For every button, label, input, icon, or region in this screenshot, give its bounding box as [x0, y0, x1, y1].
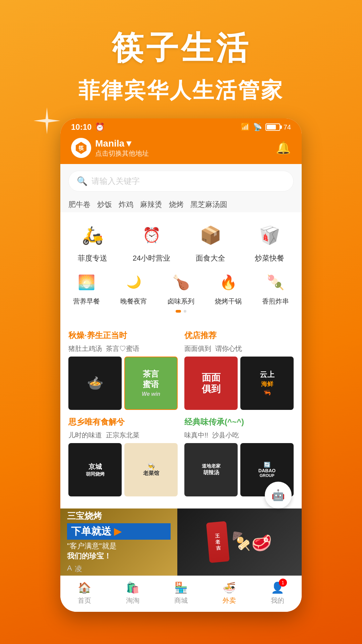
signal-icon: 📶 — [241, 123, 250, 131]
nav-taotao[interactable]: 🛍️ 淘淘 — [116, 581, 149, 605]
promo-sub3-left: 儿时的味道 — [68, 431, 102, 440]
home-icon: 🏠 — [78, 581, 91, 594]
status-bar: 10:10 ⏰ 📶 📡 74 — [60, 118, 302, 135]
category-noodle[interactable]: 📦 面食大全 — [184, 220, 237, 263]
location-area[interactable]: 筷 Manila ▾ 点击切换其他地址 — [71, 138, 149, 158]
24h-icon: ⏰ — [137, 220, 166, 250]
category-night[interactable]: 🌙 晚餐夜宵 — [113, 270, 155, 306]
tag-2[interactable]: 炒饭 — [97, 200, 112, 210]
promo-card-youdian: 优店推荐 面面俱到 谓你心忧 面面 俱到 — [184, 330, 294, 410]
feidu-label: 菲度专送 — [78, 253, 107, 263]
24h-label: 24小时营业 — [133, 253, 170, 263]
banner-tagline3: 我们的珍宝！ — [67, 551, 171, 561]
battery-level: 74 — [284, 123, 291, 131]
banner-section[interactable]: 三宝烧烤 下单就送 ▶ "客户满意"就是 我们的珍宝！ A 凌 — [60, 508, 302, 576]
status-time: 10:10 — [71, 122, 92, 132]
app-subtitle: 菲律宾华人生活管家 — [0, 76, 362, 105]
promo-title-qiuzao: 秋燥·养生正当时 — [68, 330, 178, 341]
seafood-image[interactable]: 云上 海鲜 🦐 — [240, 357, 294, 410]
bbq-label: 烧烤干锅 — [215, 297, 242, 306]
category-bbq[interactable]: 🔥 烧烤干锅 — [207, 270, 249, 306]
promo-section-1: 秋燥·养生正当时 猪肚土鸡汤 茶言♡蜜语 🍲 茶言 蜜语 — [60, 323, 302, 508]
nav-taotao-label: 淘淘 — [126, 596, 139, 605]
night-icon: 🌙 — [122, 270, 146, 294]
breakfast-label: 营养早餐 — [73, 297, 100, 306]
beijing-bbq-image[interactable]: 京城 胡同烧烤 — [68, 443, 122, 496]
feidu-icon: 🛵 — [78, 220, 107, 250]
svg-text:筷: 筷 — [78, 145, 84, 151]
promo-sub4-right: 沙县小吃 — [212, 431, 239, 440]
search-bar[interactable]: 🔍 请输入关键字 — [68, 171, 294, 192]
promo-card-qiuzao: 秋燥·养生正当时 猪肚土鸡汤 茶言♡蜜语 🍲 茶言 蜜语 — [68, 330, 178, 410]
category-grid-row2: 🌅 营养早餐 🌙 晚餐夜宵 🍗 卤味系列 🔥 烧烤干锅 🍡 香煎炸 — [66, 270, 296, 306]
category-stir[interactable]: 🥡 炒菜快餐 — [243, 220, 296, 263]
night-label: 晚餐夜宵 — [120, 297, 147, 306]
breakfast-icon: 🌅 — [74, 270, 99, 294]
nav-home-label: 首页 — [78, 596, 91, 605]
promo-sub2-left: 面面俱到 — [184, 344, 211, 353]
promo-sub4-left: 味真中!! — [184, 431, 208, 440]
float-button[interactable]: 🤖 — [265, 482, 292, 508]
search-input[interactable]: 请输入关键字 — [92, 176, 140, 186]
battery-icon — [265, 123, 280, 131]
mine-badge: 1 — [279, 579, 287, 587]
promo-images-youdian: 面面 俱到 云上 海鲜 🦐 — [184, 357, 294, 410]
hutang-image[interactable]: 道地老家 胡辣汤 — [184, 443, 238, 496]
notification-bell[interactable]: 🔔 — [276, 141, 291, 155]
promo-title-youdian: 优店推荐 — [184, 330, 294, 341]
tag-1[interactable]: 肥牛卷 — [68, 200, 90, 210]
promo-sub1-left: 猪肚土鸡汤 — [68, 344, 102, 353]
page-dots — [66, 310, 296, 313]
category-24h[interactable]: ⏰ 24小时营业 — [125, 220, 178, 263]
braised-icon: 🍗 — [169, 270, 193, 294]
phone-frame: 10:10 ⏰ 📶 📡 74 筷 — [60, 118, 302, 612]
search-icon: 🔍 — [77, 176, 87, 186]
laocai-image[interactable]: 👨‍🍳 老菜馆 — [124, 443, 178, 496]
category-breakfast[interactable]: 🌅 营养早餐 — [66, 270, 108, 306]
delivery-icon: 🍜 — [223, 581, 236, 594]
noodle-label: 面食大全 — [196, 253, 225, 263]
banner-content: 三宝烧烤 下单就送 ▶ "客户满意"就是 我们的珍宝！ A 凌 — [60, 508, 302, 576]
tag-4[interactable]: 麻辣烫 — [140, 200, 162, 210]
promo-images-qiuzao: 🍲 茶言 蜜语 We win — [68, 357, 178, 410]
hero-section: 筷子生活 菲律宾华人生活管家 — [0, 0, 362, 105]
nav-delivery[interactable]: 🍜 外卖 — [213, 581, 246, 605]
tea-image[interactable]: 茶言 蜜语 We win — [124, 357, 178, 410]
promo-row-2: 思乡唯有食解兮 儿时的味道 正宗东北菜 京城 胡同烧烤 — [68, 417, 294, 496]
stir-label: 炒菜快餐 — [255, 253, 284, 263]
nav-home[interactable]: 🏠 首页 — [68, 581, 101, 605]
quick-tags: 肥牛卷 炒饭 炸鸡 麻辣烫 烧烤 黑芝麻汤圆 — [60, 196, 302, 212]
banner-logo2: 凌 — [75, 564, 82, 574]
category-braised[interactable]: 🍗 卤味系列 — [160, 270, 202, 306]
location-sub: 点击切换其他地址 — [95, 149, 149, 158]
skewer-icon: 🍡 — [263, 270, 288, 294]
banner-tagline1: 下单就送 ▶ — [67, 523, 171, 540]
mine-wrapper: 👤 1 — [271, 581, 284, 594]
app-logo: 筷 — [71, 138, 91, 158]
skewer-label: 香煎炸串 — [262, 297, 289, 306]
bowl-image[interactable]: 🍲 — [68, 357, 122, 410]
promo-images-sixiang: 京城 胡同烧烤 👨‍🍳 老菜馆 — [68, 443, 178, 496]
banner-brand: 三宝烧烤 — [67, 510, 171, 522]
promo-title-classic: 经典味传承(^~^) — [184, 417, 294, 427]
promo-sub3-right: 正宗东北菜 — [106, 431, 139, 440]
tag-6[interactable]: 黑芝麻汤圆 — [190, 200, 227, 210]
promo-sub2-right: 谓你心忧 — [215, 344, 242, 353]
nav-mine[interactable]: 👤 1 我的 — [261, 581, 294, 605]
braised-label: 卤味系列 — [168, 297, 194, 306]
banner-tagline2: "客户满意"就是 — [67, 541, 171, 551]
category-grid-row1: 🛵 菲度专送 ⏰ 24小时营业 📦 面食大全 🥡 炒菜快餐 — [66, 220, 296, 263]
logo-image-red[interactable]: 面面 俱到 — [184, 357, 238, 410]
category-skewer[interactable]: 🍡 香煎炸串 — [254, 270, 296, 306]
tag-3[interactable]: 炸鸡 — [119, 200, 133, 210]
promo-card-sixiang: 思乡唯有食解兮 儿时的味道 正宗东北菜 京城 胡同烧烤 — [68, 417, 178, 496]
nav-shop[interactable]: 🏪 商城 — [164, 581, 198, 605]
nav-mine-label: 我的 — [271, 596, 284, 605]
location-chevron[interactable]: ▾ — [126, 138, 131, 149]
banner-left: 三宝烧烤 下单就送 ▶ "客户满意"就是 我们的珍宝！ A 凌 — [60, 508, 177, 576]
tag-5[interactable]: 烧烤 — [169, 200, 184, 210]
category-feidu[interactable]: 🛵 菲度专送 — [66, 220, 119, 263]
bbq-icon: 🔥 — [216, 270, 240, 294]
location-city: Manila — [95, 138, 124, 149]
banner-right: 王老吉 🍢🥩 — [177, 508, 302, 576]
